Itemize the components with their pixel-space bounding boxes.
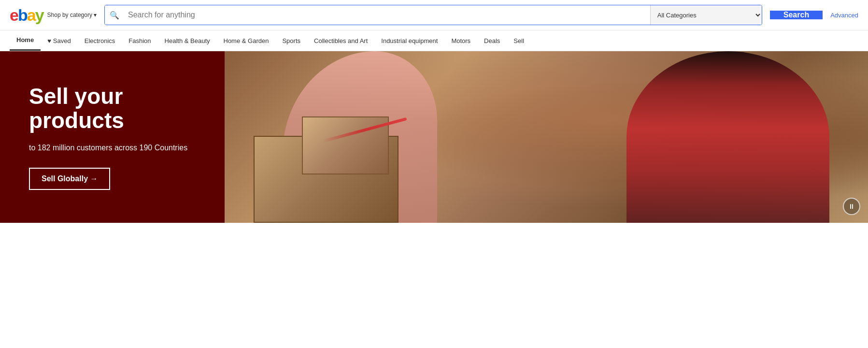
chevron-down-icon: ▾ <box>94 12 97 18</box>
nav-item-home-garden[interactable]: Home & Garden <box>217 31 276 50</box>
nav-item-saved[interactable]: ♥ Saved <box>41 31 78 50</box>
saved-label: Saved <box>53 37 71 44</box>
hero-subtitle: to 182 million customers across 190 Coun… <box>29 143 196 153</box>
search-bar: 🔍 All Categories All CategoriesAntiquesA… <box>104 5 762 25</box>
nav-item-fashion[interactable]: Fashion <box>122 31 157 50</box>
hero-title: Sell your products <box>29 84 196 133</box>
search-icon: 🔍 <box>105 5 124 25</box>
hero-image-right: ⏸ <box>225 51 868 223</box>
advanced-search-link[interactable]: Advanced <box>830 12 858 19</box>
search-input[interactable] <box>124 5 650 25</box>
bottom-area <box>0 223 868 296</box>
nav-item-industrial[interactable]: Industrial equipment <box>374 31 444 50</box>
logo-y: y <box>35 6 43 24</box>
logo-b: b <box>18 6 27 24</box>
figure-red-shape <box>626 51 829 223</box>
logo-e: e <box>10 6 18 24</box>
search-button[interactable]: Search <box>770 11 823 19</box>
nav-item-motors[interactable]: Motors <box>444 31 477 50</box>
heart-icon: ♥ <box>47 37 51 44</box>
nav-item-collectibles-art[interactable]: Collectibles and Art <box>307 31 374 50</box>
logo-a: a <box>27 6 35 24</box>
nav-item-health-beauty[interactable]: Health & Beauty <box>158 31 217 50</box>
hero-cta-button[interactable]: Sell Globally → <box>29 168 110 190</box>
shop-by-category-label: Shop by category <box>47 12 92 18</box>
hero-banner: Sell your products to 182 million custom… <box>0 51 868 223</box>
pause-icon: ⏸ <box>848 203 855 210</box>
hero-figures <box>225 51 868 223</box>
category-select[interactable]: All Categories All CategoriesAntiquesArt… <box>650 5 762 25</box>
nav-item-electronics[interactable]: Electronics <box>78 31 122 50</box>
pause-button[interactable]: ⏸ <box>843 198 860 215</box>
nav-item-home[interactable]: Home <box>10 30 41 51</box>
header: ebay Shop by category ▾ 🔍 All Categories… <box>0 0 868 30</box>
logo-area: ebay Shop by category ▾ <box>10 7 97 23</box>
main-nav: Home ♥ Saved Electronics Fashion Health … <box>0 30 868 51</box>
nav-item-sell[interactable]: Sell <box>507 31 531 50</box>
ebay-logo[interactable]: ebay <box>10 7 43 23</box>
shop-by-category[interactable]: Shop by category ▾ <box>47 12 97 18</box>
nav-item-sports[interactable]: Sports <box>275 31 307 50</box>
nav-item-deals[interactable]: Deals <box>477 31 507 50</box>
hero-content-left: Sell your products to 182 million custom… <box>0 51 225 223</box>
